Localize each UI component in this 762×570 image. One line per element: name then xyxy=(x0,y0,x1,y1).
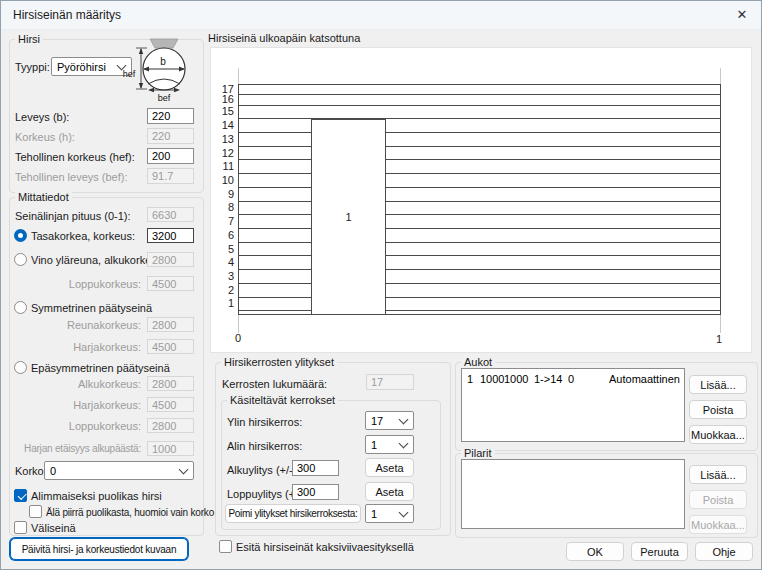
harjakorkeus1-input: 4500 xyxy=(147,339,194,354)
aukot-poista-button[interactable]: Poista xyxy=(689,400,747,419)
seinalinja-input: 6630 xyxy=(147,207,194,222)
valiseina-label[interactable]: Väliseinä xyxy=(31,522,76,534)
ylin-hirsikerros-value: 17 xyxy=(371,415,383,427)
valiseina-checkbox[interactable] xyxy=(14,521,27,534)
reunakorkeus-input: 2800 xyxy=(147,317,194,332)
aukko-width: 1000 xyxy=(480,373,504,385)
aukot-muokkaa-button[interactable]: Muokkaa... xyxy=(689,425,747,444)
alkuylitys-input[interactable]: 300 xyxy=(292,460,339,476)
poimi-ylitykset-button[interactable]: Poimi ylitykset hirsikerroksesta: xyxy=(225,504,361,523)
aukko-num: 1 xyxy=(467,373,473,385)
pilarit-group-title: Pilarit xyxy=(461,447,495,459)
leveys-input[interactable]: 220 xyxy=(147,108,194,124)
hirsi-group-title: Hirsi xyxy=(15,33,43,45)
ylin-hirsikerros-label: Ylin hirsikerros: xyxy=(227,416,302,428)
close-icon[interactable]: ✕ xyxy=(725,1,759,28)
chevron-down-icon xyxy=(399,507,409,517)
tehollinen-korkeus-label: Tehollinen korkeus (hef): xyxy=(15,151,135,163)
log-wall-dialog: Hirsiseinän määritys ✕ Hirsi Tyyppi: Pyö… xyxy=(0,0,762,570)
diagram-bef-label: bef xyxy=(158,93,171,103)
alin-hirsikerros-value: 1 xyxy=(371,439,377,451)
aukko-type: Automaattinen xyxy=(609,373,680,385)
vino-ylareuna-input: 2800 xyxy=(147,252,194,267)
aseta-loppu-button[interactable]: Aseta xyxy=(365,482,414,501)
epasymmetrinen-label[interactable]: Epäsymmetrinen päätyseinä xyxy=(31,362,170,374)
harjan-etaisyys-input: 1000 xyxy=(147,441,194,456)
alin-hirsikerros-label: Alin hirsikerros: xyxy=(227,440,302,452)
tyyppi-combo-value: Pyöröhirsi xyxy=(57,61,106,73)
puolikas-hirsi-label[interactable]: Alimmaiseksi puolikas hirsi xyxy=(31,490,162,502)
epasymmetrinen-radio[interactable] xyxy=(14,361,27,374)
alkuylitys-label: Alkuylitys (+/-): xyxy=(227,464,299,476)
kaksiviiva-label[interactable]: Esitä hirsiseinät kaksiviivaesityksellä xyxy=(236,541,414,553)
drawing-title: Hirsiseinä ulkoapäin katsottuna xyxy=(208,32,360,44)
leveys-label: Leveys (b): xyxy=(15,111,69,123)
aseta-alku-button[interactable]: Aseta xyxy=(365,458,414,477)
symmetrinen-radio[interactable] xyxy=(14,301,27,314)
kasiteltavat-group-title: Käsiteltävät kerrokset xyxy=(227,394,338,406)
korkeus-label: Korkeus (h): xyxy=(15,131,75,143)
alin-hirsikerros-combo[interactable]: 1 xyxy=(365,435,414,454)
korko-combo-value: 0 xyxy=(50,465,56,477)
tyyppi-label: Tyyppi: xyxy=(15,61,50,73)
mittatiedot-group-title: Mittatiedot xyxy=(15,191,72,203)
poimi-kerros-combo[interactable]: 1 xyxy=(365,504,414,523)
ala-piirra-checkbox[interactable] xyxy=(29,505,42,518)
ala-piirra-label[interactable]: Älä piirrä puolikasta, huomioi vain kork… xyxy=(46,507,214,518)
ylin-hirsikerros-combo[interactable]: 17 xyxy=(365,411,414,430)
ylitykset-group-title: Hirsikerrosten ylitykset xyxy=(221,356,337,368)
tasakorkea-label[interactable]: Tasakorkea, korkeus: xyxy=(31,230,135,242)
harjakorkeus1-label: Harjakorkeus: xyxy=(15,341,141,353)
seinalinja-label: Seinälinjan pituus (0-1): xyxy=(15,210,131,222)
aukko-offset: 0 xyxy=(568,373,574,385)
paivita-button[interactable]: Päivitä hirsi- ja korkeustiedot kuvaan xyxy=(10,538,188,560)
wall-preview-canvas xyxy=(210,47,752,353)
kerrosten-lukumaara-label: Kerrosten lukumäärä: xyxy=(222,378,327,390)
diagram-b-label: b xyxy=(160,56,166,67)
peruuta-button[interactable]: Peruuta xyxy=(631,542,688,561)
loppukorkeus1-input: 4500 xyxy=(147,276,194,291)
chevron-down-icon xyxy=(179,464,189,474)
aukko-row-range: 1->14 xyxy=(534,373,562,385)
symmetrinen-label[interactable]: Symmetrinen päätyseinä xyxy=(31,302,152,314)
pilarit-poista-button: Poista xyxy=(689,490,747,509)
aukot-group-title: Aukot xyxy=(461,356,495,368)
ok-button[interactable]: OK xyxy=(566,542,624,561)
harjakorkeus2-input: 4500 xyxy=(147,397,194,412)
reunakorkeus-label: Reunakorkeus: xyxy=(15,319,141,331)
ohje-button[interactable]: Ohje xyxy=(695,542,753,561)
aukko-list-item[interactable]: 1 1000 1000 1->14 0 Automaattinen xyxy=(462,373,684,386)
tehollinen-leveys-label: Tehollinen leveys (bef): xyxy=(15,171,128,183)
opening-number-label: 1 xyxy=(311,119,386,314)
kerrosten-lukumaara-input: 17 xyxy=(366,374,414,390)
wall-axis-end-label: 1 xyxy=(712,333,726,345)
alkukorkeus-input: 2800 xyxy=(147,376,194,391)
pilarit-lisaa-button[interactable]: Lisää... xyxy=(689,465,747,484)
tasakorkea-input[interactable]: 3200 xyxy=(147,228,194,243)
harjakorkeus2-label: Harjakorkeus: xyxy=(15,399,141,411)
loppuylitys-input[interactable]: 300 xyxy=(292,484,339,500)
notch-shape xyxy=(150,39,178,48)
wall-axis-start-label: 0 xyxy=(231,332,245,344)
pilarit-listbox[interactable] xyxy=(461,459,685,529)
titlebar: Hirsiseinän määritys ✕ xyxy=(1,1,761,30)
korko-combo[interactable]: 0 xyxy=(44,461,194,480)
aukot-lisaa-button[interactable]: Lisää... xyxy=(689,375,747,394)
korkeus-input: 220 xyxy=(147,128,194,144)
log-cross-section-diagram: b bef hef xyxy=(119,37,195,105)
chevron-down-icon xyxy=(399,414,409,424)
checkmark-icon xyxy=(17,491,26,500)
kaksiviiva-checkbox[interactable] xyxy=(219,540,232,553)
poimi-kerros-value: 1 xyxy=(371,508,377,520)
puolikas-hirsi-checkbox[interactable] xyxy=(14,489,27,502)
tehollinen-korkeus-input[interactable]: 200 xyxy=(147,148,194,164)
aukko-height: 1000 xyxy=(504,373,528,385)
vino-ylareuna-label[interactable]: Vino yläreuna, alkukorkeus: xyxy=(31,254,166,266)
harjan-etaisyys-label: Harjan etäisyys alkupäästä: xyxy=(15,443,141,454)
vino-ylareuna-radio[interactable] xyxy=(14,253,27,266)
alkukorkeus-label: Alkukorkeus: xyxy=(15,378,141,390)
pilarit-muokkaa-button: Muokkaa... xyxy=(689,515,747,534)
tasakorkea-radio[interactable] xyxy=(14,229,27,242)
tehollinen-leveys-input: 91.7 xyxy=(147,168,194,184)
aukot-listbox[interactable]: 1 1000 1000 1->14 0 Automaattinen xyxy=(461,368,685,442)
